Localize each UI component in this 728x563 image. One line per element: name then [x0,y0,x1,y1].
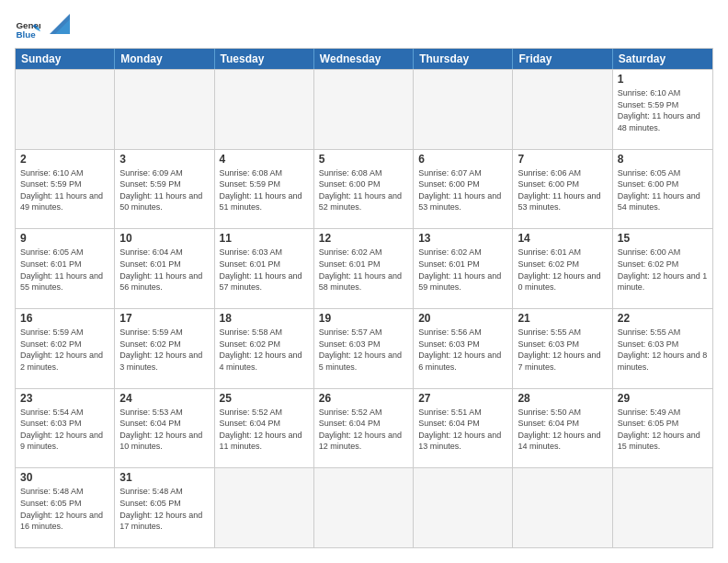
logo: General Blue [15,15,70,40]
calendar-cell: 21Sunrise: 5:55 AM Sunset: 6:03 PM Dayli… [513,309,612,388]
calendar-cell: 18Sunrise: 5:58 AM Sunset: 6:02 PM Dayli… [215,309,314,388]
calendar-cell [414,468,513,547]
calendar-cell: 31Sunrise: 5:48 AM Sunset: 6:05 PM Dayli… [115,468,214,547]
calendar-cell: 27Sunrise: 5:51 AM Sunset: 6:04 PM Dayli… [414,389,513,468]
day-info: Sunrise: 5:51 AM Sunset: 6:04 PM Dayligh… [418,407,507,453]
day-info: Sunrise: 6:01 AM Sunset: 6:02 PM Dayligh… [518,247,607,293]
day-number: 14 [518,232,607,245]
day-info: Sunrise: 6:09 AM Sunset: 5:59 PM Dayligh… [119,167,209,213]
day-number: 13 [418,232,507,245]
day-info: Sunrise: 5:52 AM Sunset: 6:04 PM Dayligh… [220,407,309,453]
day-info: Sunrise: 5:57 AM Sunset: 6:03 PM Dayligh… [319,327,408,373]
header-day-tuesday: Tuesday [215,49,314,69]
day-number: 7 [518,153,607,166]
day-info: Sunrise: 5:54 AM Sunset: 6:03 PM Dayligh… [20,407,109,453]
day-info: Sunrise: 6:03 AM Sunset: 6:01 PM Dayligh… [220,247,309,293]
day-info: Sunrise: 5:59 AM Sunset: 6:02 PM Dayligh… [119,327,209,373]
calendar-cell: 15Sunrise: 6:00 AM Sunset: 6:02 PM Dayli… [613,229,712,308]
calendar-cell: 24Sunrise: 5:53 AM Sunset: 6:04 PM Dayli… [115,389,214,468]
calendar-body: 1Sunrise: 6:10 AM Sunset: 5:59 PM Daylig… [16,69,712,547]
day-number: 2 [20,153,109,166]
day-number: 24 [119,392,209,405]
day-info: Sunrise: 5:58 AM Sunset: 6:02 PM Dayligh… [220,327,309,373]
day-info: Sunrise: 5:48 AM Sunset: 6:05 PM Dayligh… [20,486,109,532]
day-number: 6 [418,153,507,166]
calendar-row-5: 30Sunrise: 5:48 AM Sunset: 6:05 PM Dayli… [16,467,712,547]
calendar-cell: 4Sunrise: 6:08 AM Sunset: 5:59 PM Daylig… [215,150,314,229]
day-info: Sunrise: 6:02 AM Sunset: 6:01 PM Dayligh… [319,247,408,293]
day-info: Sunrise: 6:00 AM Sunset: 6:02 PM Dayligh… [618,247,708,293]
calendar-row-1: 2Sunrise: 6:10 AM Sunset: 5:59 PM Daylig… [16,149,712,229]
header-day-friday: Friday [513,49,612,69]
calendar-cell: 14Sunrise: 6:01 AM Sunset: 6:02 PM Dayli… [513,229,612,308]
calendar-cell [215,468,314,547]
day-info: Sunrise: 6:08 AM Sunset: 5:59 PM Dayligh… [220,167,309,213]
header-day-saturday: Saturday [613,49,712,69]
svg-text:Blue: Blue [16,29,36,40]
day-number: 27 [418,392,507,405]
day-number: 31 [119,471,209,484]
day-info: Sunrise: 6:02 AM Sunset: 6:01 PM Dayligh… [418,247,507,293]
calendar-cell [314,468,414,547]
calendar-cell [513,70,612,149]
day-info: Sunrise: 6:06 AM Sunset: 6:00 PM Dayligh… [518,167,607,213]
day-number: 19 [319,312,408,325]
calendar-cell [414,70,513,149]
day-number: 23 [20,392,109,405]
calendar-cell [115,70,214,149]
header-day-thursday: Thursday [414,49,513,69]
day-number: 26 [319,392,408,405]
day-number: 25 [220,392,309,405]
calendar-cell: 1Sunrise: 6:10 AM Sunset: 5:59 PM Daylig… [613,70,712,149]
day-info: Sunrise: 6:10 AM Sunset: 5:59 PM Dayligh… [20,167,109,213]
calendar-cell: 3Sunrise: 6:09 AM Sunset: 5:59 PM Daylig… [115,150,214,229]
day-number: 16 [20,312,109,325]
calendar-cell [513,468,612,547]
calendar-cell: 9Sunrise: 6:05 AM Sunset: 6:01 PM Daylig… [16,229,115,308]
calendar-cell: 28Sunrise: 5:50 AM Sunset: 6:04 PM Dayli… [513,389,612,468]
day-number: 28 [518,392,607,405]
day-info: Sunrise: 6:05 AM Sunset: 6:00 PM Dayligh… [618,167,708,213]
day-number: 18 [220,312,309,325]
calendar-cell [314,70,414,149]
calendar-row-2: 9Sunrise: 6:05 AM Sunset: 6:01 PM Daylig… [16,228,712,308]
calendar-cell: 30Sunrise: 5:48 AM Sunset: 6:05 PM Dayli… [16,468,115,547]
day-number: 22 [618,312,708,325]
day-number: 4 [220,153,309,166]
day-number: 20 [418,312,507,325]
calendar-row-4: 23Sunrise: 5:54 AM Sunset: 6:03 PM Dayli… [16,388,712,468]
header: General Blue [15,15,713,40]
day-info: Sunrise: 5:50 AM Sunset: 6:04 PM Dayligh… [518,407,607,453]
calendar-cell: 17Sunrise: 5:59 AM Sunset: 6:02 PM Dayli… [115,309,214,388]
calendar-cell: 19Sunrise: 5:57 AM Sunset: 6:03 PM Dayli… [314,309,414,388]
day-info: Sunrise: 6:05 AM Sunset: 6:01 PM Dayligh… [20,247,109,293]
calendar-cell: 5Sunrise: 6:08 AM Sunset: 6:00 PM Daylig… [314,150,414,229]
calendar-cell: 8Sunrise: 6:05 AM Sunset: 6:00 PM Daylig… [613,150,712,229]
calendar-cell: 20Sunrise: 5:56 AM Sunset: 6:03 PM Dayli… [414,309,513,388]
calendar-cell: 13Sunrise: 6:02 AM Sunset: 6:01 PM Dayli… [414,229,513,308]
day-info: Sunrise: 5:49 AM Sunset: 6:05 PM Dayligh… [618,407,708,453]
calendar-header: SundayMondayTuesdayWednesdayThursdayFrid… [16,49,712,69]
day-info: Sunrise: 5:55 AM Sunset: 6:03 PM Dayligh… [618,327,708,373]
calendar-cell: 2Sunrise: 6:10 AM Sunset: 5:59 PM Daylig… [16,150,115,229]
day-number: 10 [119,232,209,245]
calendar-cell: 26Sunrise: 5:52 AM Sunset: 6:04 PM Dayli… [314,389,414,468]
day-info: Sunrise: 6:08 AM Sunset: 6:00 PM Dayligh… [319,167,408,213]
day-number: 29 [618,392,708,405]
day-info: Sunrise: 5:48 AM Sunset: 6:05 PM Dayligh… [119,486,209,532]
day-info: Sunrise: 5:53 AM Sunset: 6:04 PM Dayligh… [119,407,209,453]
day-info: Sunrise: 5:56 AM Sunset: 6:03 PM Dayligh… [418,327,507,373]
calendar-cell: 6Sunrise: 6:07 AM Sunset: 6:00 PM Daylig… [414,150,513,229]
logo-icon: General Blue [15,15,40,40]
logo-triangle-icon [50,14,70,34]
header-day-sunday: Sunday [16,49,115,69]
calendar-cell: 12Sunrise: 6:02 AM Sunset: 6:01 PM Dayli… [314,229,414,308]
calendar-cell [613,468,712,547]
calendar-cell [215,70,314,149]
calendar-cell: 22Sunrise: 5:55 AM Sunset: 6:03 PM Dayli… [613,309,712,388]
calendar: SundayMondayTuesdayWednesdayThursdayFrid… [15,48,713,548]
day-info: Sunrise: 5:55 AM Sunset: 6:03 PM Dayligh… [518,327,607,373]
day-info: Sunrise: 5:59 AM Sunset: 6:02 PM Dayligh… [20,327,109,373]
day-number: 9 [20,232,109,245]
calendar-cell: 29Sunrise: 5:49 AM Sunset: 6:05 PM Dayli… [613,389,712,468]
